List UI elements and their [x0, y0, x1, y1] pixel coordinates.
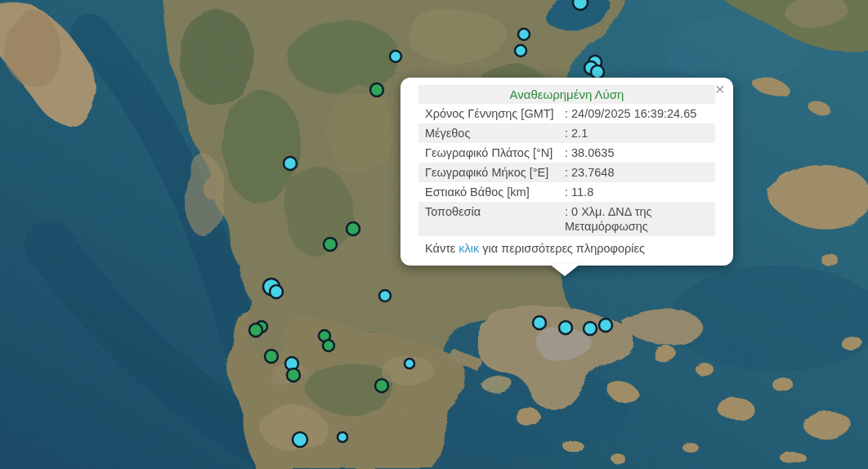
row-value: : 0 Χλμ. ΔΝΔ της Μεταμόρφωσης — [565, 202, 715, 236]
table-row-origin-time: Χρόνος Γέννησης [GMT] : 24/09/2025 16:39… — [418, 104, 715, 123]
earthquake-marker[interactable] — [347, 222, 360, 235]
earthquake-marker[interactable] — [338, 432, 347, 442]
close-icon[interactable]: × — [715, 80, 725, 97]
earthquake-marker[interactable] — [370, 83, 383, 96]
row-value: : 2.1 — [565, 123, 715, 143]
earthquake-marker[interactable] — [324, 238, 337, 251]
earthquake-marker[interactable] — [518, 29, 530, 40]
earthquake-marker[interactable] — [265, 350, 278, 363]
earthquake-marker[interactable] — [249, 324, 262, 337]
earthquake-marker[interactable] — [390, 51, 401, 62]
table-row-location: Τοποθεσία : 0 Χλμ. ΔΝΔ της Μεταμόρφωσης — [418, 202, 715, 236]
popup-footer: Κάντε κλικ για περισσότερες πληροφορίες — [418, 241, 715, 256]
earthquake-marker[interactable] — [284, 157, 297, 170]
row-value: : 24/09/2025 16:39:24.65 — [565, 104, 715, 123]
row-label: Εστιακό Βάθος [km] — [418, 182, 565, 202]
earthquake-marker[interactable] — [293, 432, 307, 447]
row-label: Γεωγραφικό Μήκος [°E] — [418, 163, 565, 182]
popup-title: Αναθεωρημένη Λύση — [418, 85, 715, 104]
table-row-depth: Εστιακό Βάθος [km] : 11.8 — [418, 182, 715, 202]
earthquake-marker[interactable] — [287, 368, 300, 382]
more-info-link[interactable]: κλικ — [459, 242, 479, 255]
footer-text-post: για περισσότερες πληροφορίες — [479, 242, 645, 255]
earthquake-marker[interactable] — [379, 290, 391, 302]
row-value: : 23.7648 — [565, 163, 715, 182]
earthquake-marker[interactable] — [375, 379, 388, 392]
row-value: : 38.0635 — [565, 143, 715, 163]
row-value: : 11.8 — [565, 182, 715, 202]
earthquake-marker[interactable] — [533, 316, 546, 329]
table-row-latitude: Γεωγραφικό Πλάτος [°N] : 38.0635 — [418, 143, 715, 163]
earthquake-marker[interactable] — [323, 340, 334, 351]
earthquake-marker[interactable] — [515, 45, 526, 56]
table-row-magnitude: Μέγεθος : 2.1 — [418, 123, 715, 143]
row-label: Χρόνος Γέννησης [GMT] — [418, 104, 565, 123]
popup-tail — [549, 264, 580, 276]
row-label: Μέγεθος — [418, 123, 565, 143]
earthquake-marker[interactable] — [573, 0, 588, 10]
footer-text-pre: Κάντε — [425, 242, 459, 255]
earthquake-popup: × Αναθεωρημένη Λύση Χρόνος Γέννησης [GMT… — [400, 78, 733, 266]
earthquake-marker[interactable] — [270, 285, 283, 298]
earthquake-marker[interactable] — [559, 321, 572, 334]
earthquake-marker[interactable] — [599, 319, 612, 332]
earthquake-marker[interactable] — [405, 359, 414, 368]
table-row-longitude: Γεωγραφικό Μήκος [°E] : 23.7648 — [418, 163, 715, 182]
row-label: Τοποθεσία — [418, 202, 565, 236]
earthquake-marker[interactable] — [591, 65, 604, 78]
earthquake-details-table: Αναθεωρημένη Λύση Χρόνος Γέννησης [GMT] … — [418, 85, 715, 236]
row-label: Γεωγραφικό Πλάτος [°N] — [418, 143, 565, 163]
earthquake-marker[interactable] — [584, 322, 597, 335]
